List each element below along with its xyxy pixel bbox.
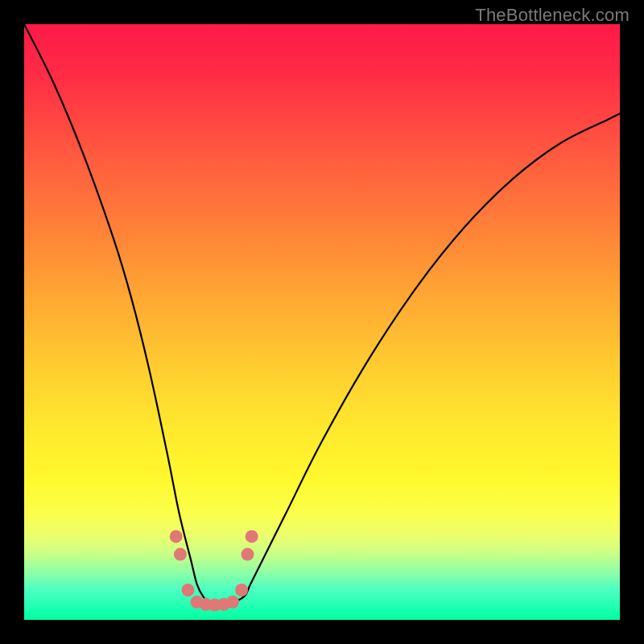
curve-marker [226, 596, 239, 609]
chart-frame: TheBottleneck.com [0, 0, 644, 644]
plot-area [24, 24, 620, 620]
curve-layer [24, 24, 620, 620]
curve-marker [182, 584, 195, 597]
curve-marker [242, 548, 254, 561]
curve-marker [235, 584, 248, 597]
bottleneck-curve [24, 24, 620, 602]
curve-marker [170, 530, 183, 543]
curve-marker [174, 548, 187, 561]
watermark-text: TheBottleneck.com [475, 5, 630, 26]
curve-marker [246, 530, 258, 543]
